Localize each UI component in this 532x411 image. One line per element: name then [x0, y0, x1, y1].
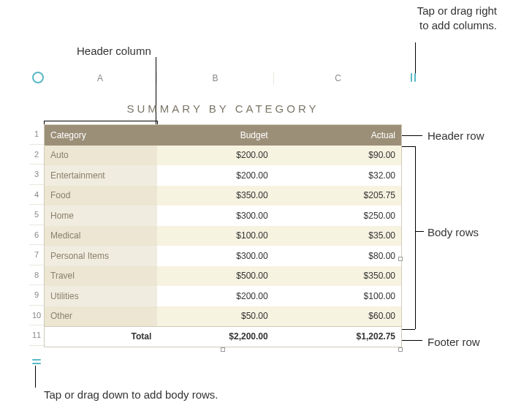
cell-budget[interactable]: $200.00	[157, 286, 273, 306]
cell-budget[interactable]: $50.00	[157, 306, 273, 327]
row-label[interactable]: 6	[29, 225, 44, 246]
annotation-header-row: Header row	[428, 129, 484, 143]
cell-actual[interactable]: $80.00	[274, 246, 401, 266]
cell-actual[interactable]: $250.00	[274, 206, 401, 226]
header-cell-category[interactable]: Category	[45, 125, 157, 146]
table-row[interactable]: Entertainment $200.00 $32.00	[45, 165, 401, 186]
footer-label[interactable]: Total	[45, 327, 157, 347]
cell-actual[interactable]: $100.00	[274, 286, 401, 306]
cell-category[interactable]: Other	[45, 306, 157, 327]
footer-actual[interactable]: $1,202.75	[274, 327, 401, 347]
cell-category[interactable]: Utilities	[45, 286, 157, 306]
table-grid: Category Budget Actual Auto $200.00 $90.…	[44, 124, 402, 347]
column-label-a[interactable]: A	[44, 72, 157, 85]
annotation-body-rows: Body rows	[428, 225, 479, 240]
annotation-header-column: Header column	[77, 44, 151, 59]
cell-actual[interactable]: $60.00	[274, 306, 401, 327]
callout-line	[400, 146, 415, 147]
cell-actual[interactable]: $350.00	[274, 266, 401, 287]
cell-actual[interactable]: $205.75	[274, 186, 401, 206]
table-row[interactable]: Other $50.00 $60.00	[45, 306, 401, 327]
callout-line	[415, 231, 424, 232]
selection-handle[interactable]	[221, 347, 225, 352]
callout-line	[35, 366, 36, 388]
table-row[interactable]: Utilities $200.00 $100.00	[45, 286, 401, 306]
cell-category[interactable]: Personal Items	[45, 246, 157, 266]
cell-actual[interactable]: $90.00	[274, 146, 401, 166]
row-label[interactable]: 2	[29, 145, 44, 165]
cell-category[interactable]: Entertainment	[45, 165, 157, 186]
cell-budget[interactable]: $300.00	[157, 246, 273, 266]
row-labels: 1 2 3 4 5 6 7 8 9 10 11	[29, 124, 44, 346]
selection-handle[interactable]	[398, 257, 403, 261]
table-row[interactable]: Home $300.00 $250.00	[45, 206, 401, 226]
cell-budget[interactable]: $100.00	[157, 226, 273, 246]
cell-actual[interactable]: $32.00	[274, 165, 401, 186]
cell-budget[interactable]: $350.00	[157, 186, 273, 206]
table-row[interactable]: Food $350.00 $205.75	[45, 186, 401, 206]
row-label[interactable]: 9	[29, 285, 44, 306]
table-row[interactable]: Personal Items $300.00 $80.00	[45, 246, 401, 266]
annotation-footer-row: Footer row	[428, 335, 480, 350]
header-cell-actual[interactable]: Actual	[274, 125, 401, 146]
table-row[interactable]: Travel $500.00 $350.00	[45, 266, 401, 287]
footer-budget[interactable]: $2,200.00	[157, 327, 273, 347]
table-title[interactable]: SUMMARY BY CATEGORY	[44, 102, 402, 115]
table-select-handle[interactable]	[32, 72, 44, 83]
table-row[interactable]: Auto $200.00 $90.00	[45, 146, 401, 166]
row-label[interactable]: 1	[29, 124, 44, 145]
cell-budget[interactable]: $300.00	[157, 206, 273, 226]
cell-budget[interactable]: $200.00	[157, 146, 273, 166]
cell-category[interactable]: Home	[45, 206, 157, 226]
callout-line	[415, 146, 416, 329]
cell-category[interactable]: Auto	[45, 146, 157, 166]
row-label[interactable]: 11	[29, 325, 44, 346]
row-label[interactable]: 3	[29, 165, 44, 185]
column-label-c[interactable]: C	[274, 72, 402, 85]
add-column-handle[interactable]	[408, 72, 418, 83]
annotation-add-columns: Tap or drag right to add columns.	[417, 4, 497, 32]
callout-line	[400, 340, 422, 341]
cell-actual[interactable]: $35.00	[274, 226, 401, 246]
column-labels: A B C	[44, 72, 402, 85]
annotation-add-rows: Tap or drag down to add body rows.	[44, 388, 218, 402]
row-label[interactable]: 7	[29, 245, 44, 265]
cell-category[interactable]: Food	[45, 186, 157, 206]
cell-budget[interactable]: $200.00	[157, 165, 273, 186]
cell-category[interactable]: Travel	[45, 266, 157, 287]
table-header-row[interactable]: Category Budget Actual	[45, 125, 401, 146]
column-label-b[interactable]: B	[157, 72, 274, 85]
table-footer-row[interactable]: Total $2,200.00 $1,202.75	[45, 326, 401, 347]
row-label[interactable]: 10	[29, 306, 44, 326]
add-row-handle[interactable]	[31, 356, 42, 366]
cell-category[interactable]: Medical	[45, 226, 157, 246]
selection-handle[interactable]	[398, 347, 403, 352]
table-row[interactable]: Medical $100.00 $35.00	[45, 226, 401, 246]
row-label[interactable]: 8	[29, 265, 44, 286]
callout-line	[400, 329, 415, 330]
row-label[interactable]: 5	[29, 205, 44, 225]
row-label[interactable]: 4	[29, 185, 44, 206]
cell-budget[interactable]: $500.00	[157, 266, 273, 287]
header-cell-budget[interactable]: Budget	[157, 125, 273, 146]
callout-line	[400, 135, 422, 136]
